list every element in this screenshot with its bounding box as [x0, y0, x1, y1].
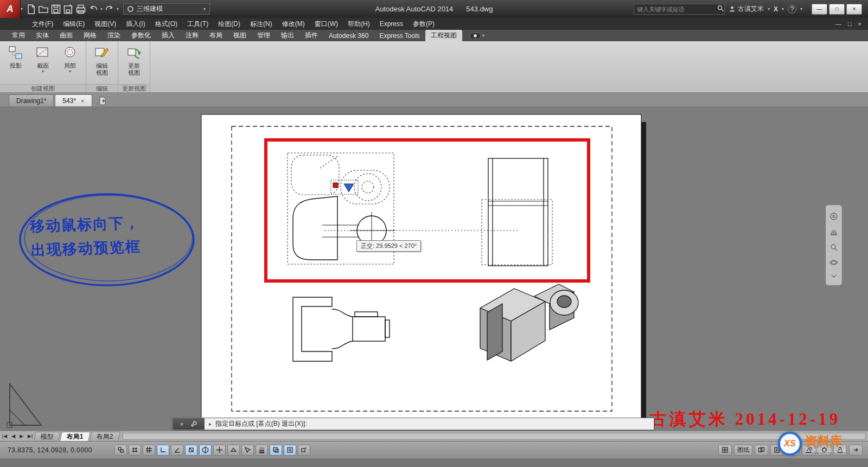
help-icon[interactable]: ?: [788, 5, 796, 14]
menu-parametric[interactable]: 参数(P): [408, 18, 439, 30]
command-line-bar[interactable]: × ▸ 指定目标点或 [基点(B) 退出(X)]:: [173, 418, 654, 430]
plot-icon[interactable]: [75, 4, 86, 15]
tab-model[interactable]: 模型: [34, 432, 61, 441]
model-viewport-button[interactable]: [718, 445, 732, 456]
file-tab-543[interactable]: 543* ×: [55, 94, 92, 106]
menu-help[interactable]: 帮助(H): [343, 18, 375, 30]
menu-view[interactable]: 视图(V): [90, 18, 121, 30]
search-input[interactable]: [634, 6, 717, 12]
tab-annotate[interactable]: 注释: [180, 30, 204, 41]
layout-first-icon[interactable]: |◀: [0, 433, 9, 439]
layout-last-icon[interactable]: ▶|: [25, 433, 35, 439]
search-box[interactable]: [634, 4, 725, 15]
menu-draw[interactable]: 绘图(D): [213, 18, 245, 30]
tab-surface[interactable]: 曲面: [54, 30, 78, 41]
tab-mesh[interactable]: 网格: [78, 30, 102, 41]
save-icon[interactable]: [50, 4, 61, 15]
otrack-toggle[interactable]: [213, 445, 226, 456]
menu-express[interactable]: Express: [375, 18, 408, 30]
tab-parametric[interactable]: 参数化: [126, 30, 156, 41]
tab-solid[interactable]: 实体: [30, 30, 54, 41]
horizontal-scrollbar[interactable]: [123, 433, 866, 440]
ribbon-minimize-control[interactable]: ▾: [465, 30, 489, 41]
selection-cycling-toggle[interactable]: [298, 445, 310, 456]
tab-home[interactable]: 常用: [7, 30, 30, 41]
menu-file[interactable]: 文件(F): [27, 18, 58, 30]
autocad-logo-button[interactable]: A: [0, 0, 21, 18]
osnap-3d-toggle[interactable]: [199, 445, 212, 456]
menu-tools[interactable]: 工具(T): [182, 18, 213, 30]
tab-layout1[interactable]: 布局1: [60, 432, 91, 441]
menu-insert[interactable]: 插入(I): [121, 18, 150, 30]
layout-next-icon[interactable]: ▶: [17, 433, 25, 439]
navigation-bar[interactable]: [826, 205, 842, 285]
update-view-button[interactable]: 更新 视图: [122, 42, 146, 84]
menu-modify[interactable]: 修改(M): [277, 18, 310, 30]
doc-restore-icon[interactable]: □: [848, 21, 852, 27]
lineweight-toggle[interactable]: [256, 445, 268, 456]
transparency-toggle[interactable]: [270, 445, 282, 456]
ducs-toggle[interactable]: [227, 445, 240, 456]
tab-engineering-views[interactable]: 工程视图: [425, 30, 462, 41]
menu-edit[interactable]: 编辑(E): [58, 18, 90, 30]
tab-render[interactable]: 渲染: [102, 30, 126, 41]
menu-dimension[interactable]: 标注(N): [245, 18, 277, 30]
paper-space-button[interactable]: 图纸: [734, 445, 752, 456]
wrench-icon[interactable]: [190, 420, 197, 427]
tab-output[interactable]: 输出: [276, 30, 299, 41]
save-as-icon[interactable]: [63, 4, 74, 15]
panel-label-edit[interactable]: 编辑: [86, 84, 118, 92]
workspace-dropdown[interactable]: 三维建模 ▾: [123, 3, 210, 15]
sign-in-user[interactable]: 古滇艾米: [729, 4, 764, 14]
search-icon[interactable]: [717, 4, 724, 14]
section-view-button[interactable]: 截面 ▾: [30, 42, 55, 84]
file-tab-drawing1[interactable]: Drawing1*: [9, 94, 54, 106]
panel-label-create-view[interactable]: 创建视图: [0, 84, 86, 92]
dyn-toggle[interactable]: [241, 445, 254, 456]
command-input[interactable]: ▸ 指定目标点或 [基点(B) 退出(X)]:: [205, 418, 654, 430]
new-drawing-tab-button[interactable]: [97, 95, 108, 106]
tab-plugins[interactable]: 插件: [299, 30, 323, 41]
menu-window[interactable]: 窗口(W): [310, 18, 343, 30]
projection-view-button[interactable]: 投影: [3, 42, 28, 84]
command-bar-handle[interactable]: ×: [173, 418, 205, 430]
close-button[interactable]: ×: [846, 4, 862, 15]
polar-toggle[interactable]: [171, 445, 183, 456]
ortho-toggle[interactable]: [157, 445, 169, 456]
app-menu-caret-icon[interactable]: ▾: [21, 7, 23, 11]
open-folder-icon[interactable]: [38, 4, 49, 15]
maximize-button[interactable]: □: [829, 4, 845, 15]
tab-layout2[interactable]: 布局2: [90, 432, 120, 441]
redo-caret-icon[interactable]: ▾: [117, 7, 119, 11]
quick-view-layouts-button[interactable]: [755, 445, 768, 456]
tab-express-tools[interactable]: Express Tools: [374, 30, 425, 41]
edit-view-button[interactable]: 编辑 视图: [90, 42, 114, 84]
detail-caret-icon[interactable]: ▾: [69, 69, 71, 74]
section-caret-icon[interactable]: ▾: [42, 69, 44, 74]
drawing-canvas[interactable]: [0, 106, 868, 431]
undo-icon[interactable]: [88, 4, 99, 15]
tab-autodesk360[interactable]: Autodesk 360: [323, 30, 374, 41]
doc-minimize-icon[interactable]: —: [835, 21, 841, 27]
layout-prev-icon[interactable]: ◀: [9, 433, 17, 439]
panel-label-update-view[interactable]: 更新视图: [118, 84, 150, 92]
osnap-toggle[interactable]: [185, 445, 197, 456]
snap-toggle[interactable]: [129, 445, 141, 456]
minimize-button[interactable]: —: [812, 4, 827, 15]
tab-layout[interactable]: 布局: [204, 30, 228, 41]
user-caret-icon[interactable]: ▾: [768, 7, 770, 11]
exchange-caret-icon[interactable]: ▾: [782, 7, 784, 11]
redo-icon[interactable]: [104, 4, 115, 15]
tab-view[interactable]: 视图: [228, 30, 252, 41]
coordinates-readout[interactable]: 73.8375, 124.0928, 0.0000: [0, 446, 111, 454]
tab-insert[interactable]: 插入: [156, 30, 180, 41]
new-file-icon[interactable]: [25, 4, 36, 15]
file-tab-close-icon[interactable]: ×: [81, 98, 84, 104]
exchange-apps-icon[interactable]: X: [774, 5, 778, 13]
grid-toggle[interactable]: [143, 445, 155, 456]
detail-view-button[interactable]: 局部 ▾: [58, 42, 82, 84]
tab-manage[interactable]: 管理: [252, 30, 276, 41]
menu-format[interactable]: 格式(O): [150, 18, 182, 30]
infer-constraints-toggle[interactable]: [114, 445, 127, 456]
quick-properties-toggle[interactable]: [284, 445, 296, 456]
